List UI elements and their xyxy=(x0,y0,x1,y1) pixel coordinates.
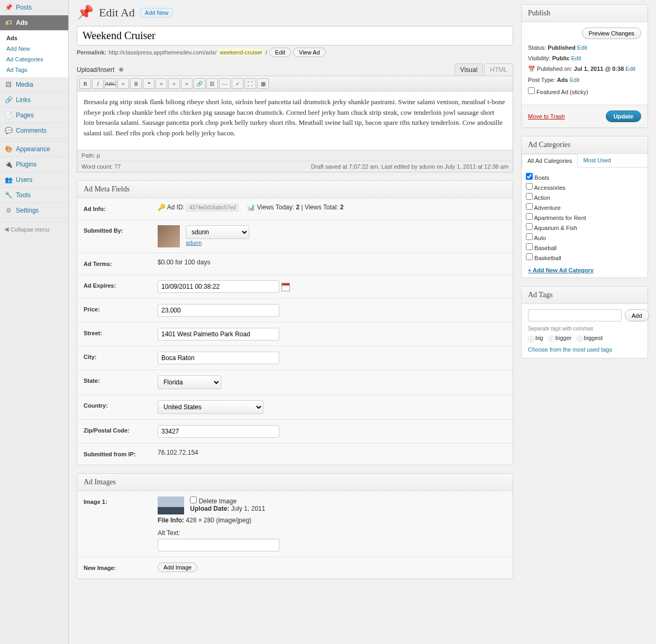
category-item[interactable]: Adventure xyxy=(526,202,643,212)
alt-text-label: Alt Text: xyxy=(158,529,506,537)
city-input[interactable] xyxy=(158,352,279,364)
ad-title-input[interactable] xyxy=(83,30,507,42)
categories-title: Ad Categories xyxy=(522,136,648,154)
permalink-row: Permalink: http://classipress.appthemesd… xyxy=(77,48,513,57)
fullscreen-button[interactable]: ⛶ xyxy=(244,78,256,89)
price-label: Price: xyxy=(77,299,151,322)
tag-icon: 🏷 xyxy=(4,19,13,27)
preview-changes-button[interactable]: Preview Changes xyxy=(582,27,641,39)
add-new-category-link[interactable]: + Add New Ad Category xyxy=(522,263,648,278)
sidebar-sub-ads[interactable]: Ads xyxy=(0,33,68,43)
city-label: City: xyxy=(77,346,151,370)
add-tag-button[interactable]: Add xyxy=(625,309,649,321)
sidebar-sub-categories[interactable]: Ad Categories xyxy=(0,54,68,65)
sidebar-sub-addnew[interactable]: Add New xyxy=(0,43,68,54)
align-left-button[interactable]: ≡ xyxy=(156,78,167,89)
collapse-icon: ◀ xyxy=(4,226,8,233)
category-item[interactable]: Accessories xyxy=(526,182,643,192)
view-ad-button[interactable]: View Ad xyxy=(293,48,326,57)
edit-visibility-link[interactable]: Edit xyxy=(571,55,581,61)
user-link[interactable]: sdunn xyxy=(186,240,202,246)
sidebar-item-media[interactable]: 🖼Media xyxy=(0,77,68,93)
edit-date-link[interactable]: Edit xyxy=(625,66,635,72)
sidebar-item-comments[interactable]: 💬Comments xyxy=(0,123,68,139)
state-select[interactable]: Florida xyxy=(158,375,221,389)
add-media-icon[interactable]: ✺ xyxy=(119,66,124,73)
strike-button[interactable]: ABC xyxy=(105,78,116,89)
link-button[interactable]: 🔗 xyxy=(194,78,205,89)
tab-all-categories[interactable]: All Ad Categories xyxy=(522,154,578,168)
ul-button[interactable]: ≡ xyxy=(117,78,129,89)
title-box xyxy=(77,26,513,45)
kitchensink-button[interactable]: ▦ xyxy=(257,78,269,89)
bold-button[interactable]: B xyxy=(79,78,91,89)
settings-icon: ⚙ xyxy=(4,206,13,215)
category-item[interactable]: Basketball xyxy=(526,252,643,262)
unlink-button[interactable]: ⛓ xyxy=(206,78,218,89)
calendar-icon[interactable] xyxy=(281,283,290,291)
align-center-button[interactable]: ≡ xyxy=(168,78,180,89)
tag-input[interactable] xyxy=(528,309,622,321)
update-button[interactable]: Update xyxy=(606,111,641,122)
italic-button[interactable]: I xyxy=(92,78,104,89)
tag-item[interactable]: ×big xyxy=(528,335,548,341)
images-title[interactable]: Ad Images xyxy=(77,474,513,491)
sidebar-item-tools[interactable]: 🔧Tools xyxy=(0,188,68,203)
tab-most-used[interactable]: Most Used xyxy=(578,154,616,167)
delete-image-checkbox[interactable]: Delete Image xyxy=(190,498,236,505)
sidebar-item-appearance[interactable]: 🎨Appearance xyxy=(0,142,68,157)
tab-visual[interactable]: Visual xyxy=(454,63,483,76)
add-new-button[interactable]: Add New xyxy=(140,8,174,17)
image-thumbnail[interactable] xyxy=(158,496,184,514)
sidebar-item-pages[interactable]: 📄Pages xyxy=(0,108,68,123)
category-item[interactable]: Aquarium & Fish xyxy=(526,222,643,232)
move-to-trash-link[interactable]: Move to Trash xyxy=(528,113,565,119)
tag-item[interactable]: ×biggest xyxy=(577,335,606,341)
edit-permalink-button[interactable]: Edit xyxy=(269,48,291,57)
sidebar-item-ads[interactable]: 🏷Ads xyxy=(0,15,68,31)
category-list[interactable]: Boats Accessories Action Adventure Apart… xyxy=(522,168,648,263)
metabox-title[interactable]: Ad Meta Fields xyxy=(77,181,513,198)
zip-input[interactable] xyxy=(158,425,279,438)
quote-button[interactable]: ❝ xyxy=(143,78,154,89)
ad-categories-box: Ad Categories All Ad Categories Most Use… xyxy=(521,136,648,278)
country-select[interactable]: United States xyxy=(158,400,263,414)
alt-text-input[interactable] xyxy=(158,539,279,551)
edit-status-link[interactable]: Edit xyxy=(577,44,587,51)
ol-button[interactable]: ≣ xyxy=(130,78,142,89)
tag-item[interactable]: ×bigger xyxy=(548,335,577,341)
ad-tags-box: Ad Tags Add Separate tags with commas ×b… xyxy=(521,286,648,358)
more-button[interactable]: — xyxy=(219,78,231,89)
sidebar-ads-submenu: Ads Add New Ad Categories Ad Tags xyxy=(0,31,68,77)
price-input[interactable] xyxy=(158,304,279,317)
submitted-by-select[interactable]: sdunn xyxy=(186,225,249,239)
sidebar-item-posts[interactable]: 📌Posts xyxy=(0,0,68,15)
sidebar-item-users[interactable]: 👥Users xyxy=(0,172,68,188)
align-right-button[interactable]: ≡ xyxy=(181,78,193,89)
edit-posttype-link[interactable]: Edit xyxy=(570,77,580,83)
key-icon: 🔑 xyxy=(158,204,166,211)
sidebar-item-links[interactable]: 🔗Links xyxy=(0,93,68,108)
appearance-icon: 🎨 xyxy=(4,145,13,153)
zip-label: Zip/Postal Code: xyxy=(77,420,151,443)
comment-icon: 💬 xyxy=(4,126,13,135)
tab-html[interactable]: HTML xyxy=(484,63,513,76)
sidebar-item-settings[interactable]: ⚙Settings xyxy=(0,203,68,218)
street-input[interactable] xyxy=(158,328,279,341)
ad-expires-input[interactable] xyxy=(158,280,279,293)
sidebar-item-plugins[interactable]: 🔌Plugins xyxy=(0,157,68,172)
featured-checkbox[interactable]: Featured Ad (sticky) xyxy=(528,89,588,95)
choose-tags-link[interactable]: Choose from the most used tags xyxy=(528,346,612,353)
collapse-menu[interactable]: ◀Collapse menu xyxy=(0,222,68,237)
spellcheck-button[interactable]: ✓ xyxy=(232,78,243,89)
category-item[interactable]: Baseball xyxy=(526,242,643,252)
publish-box: Publish Preview Changes Status: Publishe… xyxy=(521,4,648,128)
category-item[interactable]: Boats xyxy=(526,172,643,182)
category-item[interactable]: Action xyxy=(526,192,643,202)
sidebar-sub-tags[interactable]: Ad Tags xyxy=(0,65,68,75)
category-item[interactable]: Apartments for Rent xyxy=(526,212,643,222)
category-item[interactable]: Auto xyxy=(526,232,643,242)
add-image-button[interactable]: Add Image xyxy=(158,563,197,572)
editor-body[interactable]: Bresaola pig strip steak flank biltong r… xyxy=(77,91,513,150)
content-editor: B I ABC ≡ ≣ ❝ ≡ ≡ ≡ 🔗 ⛓ — ✓ ⛶ ▦ Bresaola… xyxy=(77,76,513,172)
